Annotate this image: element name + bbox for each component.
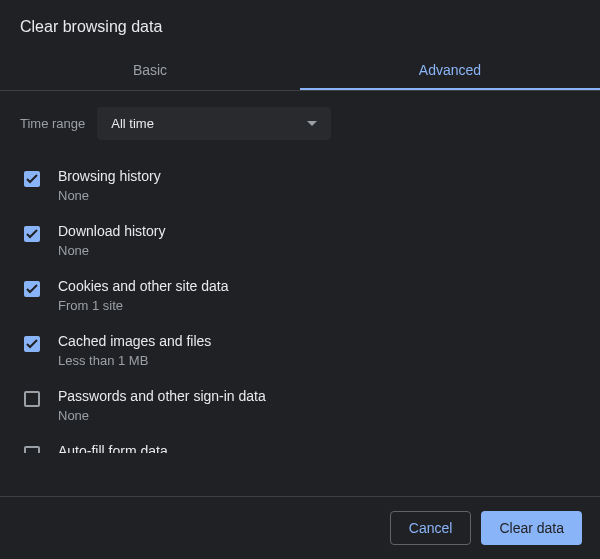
option-text: Download historyNone xyxy=(58,223,165,258)
option-row: Cached images and filesLess than 1 MB xyxy=(20,323,580,378)
option-row: Passwords and other sign-in dataNone xyxy=(20,378,580,433)
time-range-value: All time xyxy=(111,116,154,131)
option-sublabel: None xyxy=(58,408,266,423)
option-checkbox[interactable] xyxy=(24,226,40,242)
option-checkbox[interactable] xyxy=(24,446,40,453)
time-range-select[interactable]: All time xyxy=(97,107,331,140)
option-label: Passwords and other sign-in data xyxy=(58,388,266,404)
dialog-title: Clear browsing data xyxy=(0,0,600,50)
dialog-footer: Cancel Clear data xyxy=(0,496,600,559)
option-label: Download history xyxy=(58,223,165,239)
option-row: Download historyNone xyxy=(20,213,580,268)
option-checkbox[interactable] xyxy=(24,171,40,187)
option-text: Cookies and other site dataFrom 1 site xyxy=(58,278,228,313)
option-label: Cached images and files xyxy=(58,333,211,349)
option-sublabel: None xyxy=(58,188,161,203)
option-sublabel: Less than 1 MB xyxy=(58,353,211,368)
option-checkbox[interactable] xyxy=(24,391,40,407)
tab-advanced[interactable]: Advanced xyxy=(300,50,600,90)
option-row: Browsing historyNone xyxy=(20,158,580,213)
option-sublabel: From 1 site xyxy=(58,298,228,313)
option-text: Cached images and filesLess than 1 MB xyxy=(58,333,211,368)
option-label: Auto-fill form data xyxy=(58,443,168,453)
option-sublabel: None xyxy=(58,243,165,258)
option-row: Auto-fill form data xyxy=(20,433,580,453)
option-label: Browsing history xyxy=(58,168,161,184)
option-text: Passwords and other sign-in dataNone xyxy=(58,388,266,423)
chevron-down-icon xyxy=(307,121,317,126)
tab-bar: Basic Advanced xyxy=(0,50,600,91)
cancel-button[interactable]: Cancel xyxy=(390,511,472,545)
option-checkbox[interactable] xyxy=(24,336,40,352)
option-text: Browsing historyNone xyxy=(58,168,161,203)
dialog-content: Time range All time Browsing historyNone… xyxy=(0,91,600,461)
option-row: Cookies and other site dataFrom 1 site xyxy=(20,268,580,323)
option-text: Auto-fill form data xyxy=(58,443,168,453)
tab-basic[interactable]: Basic xyxy=(0,50,300,90)
time-range-row: Time range All time xyxy=(20,107,580,158)
time-range-label: Time range xyxy=(20,116,85,131)
clear-data-button[interactable]: Clear data xyxy=(481,511,582,545)
option-checkbox[interactable] xyxy=(24,281,40,297)
option-label: Cookies and other site data xyxy=(58,278,228,294)
